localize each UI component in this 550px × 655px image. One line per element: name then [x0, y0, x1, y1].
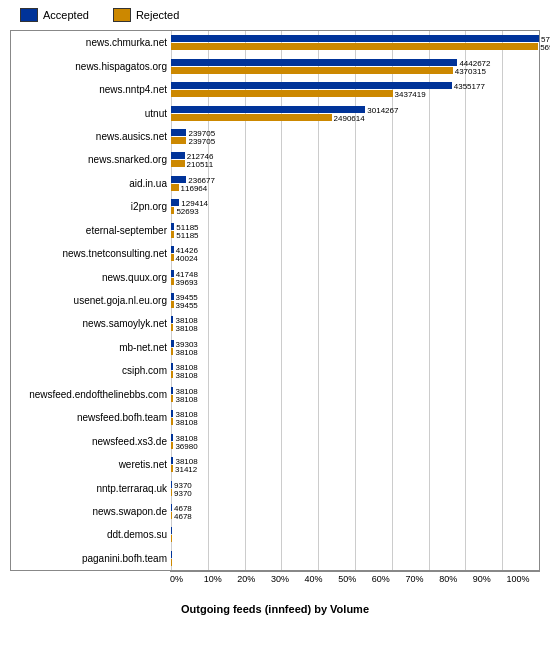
accepted-bar: 4678	[171, 504, 172, 511]
row-label: news.quux.org	[11, 272, 171, 283]
bar-section: 3945539455	[171, 289, 539, 312]
table-row: usenet.goja.nl.eu.org3945539455	[11, 289, 539, 312]
x-axis: 0%10%20%30%40%50%60%70%80%90%100%	[170, 571, 540, 601]
bars-wrap: 3810836980	[171, 431, 539, 452]
rejected-bar: 4678	[171, 512, 172, 519]
bar-section: 93709370	[171, 476, 539, 499]
legend: Accepted Rejected	[10, 8, 540, 22]
row-label: utnut	[11, 108, 171, 119]
x-tick: 70%	[405, 574, 439, 584]
bar-section: 3810838108	[171, 359, 539, 382]
table-row: news.chmurka.net57087375695587	[11, 31, 539, 54]
accepted-bar: 9370	[171, 481, 172, 488]
rejected-bar-label: 36980	[175, 442, 197, 451]
bar-section: 3930338108	[171, 336, 539, 359]
rejected-bar-label: 4678	[174, 512, 192, 521]
rejected-bar-label: 2490614	[334, 114, 365, 123]
legend-rejected: Rejected	[113, 8, 179, 22]
legend-rejected-label: Rejected	[136, 9, 179, 21]
table-row: newsfeed.endofthelinebbs.com3810838108	[11, 383, 539, 406]
bars-wrap: 236677116964	[171, 173, 539, 194]
bars-wrap: 4142640024	[171, 243, 539, 264]
table-row: mb-net.net3930338108	[11, 336, 539, 359]
table-row: news.ausics.net239705239705	[11, 125, 539, 148]
rejected-bar: 210511	[171, 160, 185, 167]
rejected-bar-label: 239705	[188, 137, 215, 146]
table-row: news.swapon.de46784678	[11, 500, 539, 523]
table-row: newsfeed.bofh.team3810838108	[11, 406, 539, 429]
bar-section: 3810836980	[171, 429, 539, 452]
table-row: utnut30142672490614	[11, 101, 539, 124]
rejected-bar-label: 3437419	[395, 90, 426, 99]
row-label: news.chmurka.net	[11, 37, 171, 48]
row-label: news.hispagatos.org	[11, 61, 171, 72]
rejected-bar-label: 38108	[175, 395, 197, 404]
accepted-bar: 212746	[171, 152, 185, 159]
rejected-bar: 36980	[171, 442, 173, 449]
legend-rejected-box	[113, 8, 131, 22]
row-label: i2pn.org	[11, 201, 171, 212]
rejected-bar-label: 52693	[176, 207, 198, 216]
row-label: aid.in.ua	[11, 178, 171, 189]
table-row: aid.in.ua236677116964	[11, 172, 539, 195]
row-label: csiph.com	[11, 365, 171, 376]
bars-wrap: 3810838108	[171, 313, 539, 334]
row-label: news.snarked.org	[11, 154, 171, 165]
accepted-bar: 39455	[171, 293, 174, 300]
x-tick: 30%	[271, 574, 305, 584]
chart-container: Accepted Rejected news.chmurka.net570873…	[0, 0, 550, 655]
legend-accepted-label: Accepted	[43, 9, 89, 21]
bars-wrap: 57087375695587	[171, 32, 539, 53]
bar-section: 46784678	[171, 500, 539, 523]
bar-section: 4174839693	[171, 265, 539, 288]
x-tick: 90%	[473, 574, 507, 584]
accepted-bar-label: 4355177	[454, 82, 485, 91]
rejected-bar: 38108	[171, 324, 173, 331]
bar-section: 12941452693	[171, 195, 539, 218]
bars-wrap: 43551773437419	[171, 79, 539, 100]
table-row: newsfeed.xs3.de3810836980	[11, 429, 539, 452]
x-tick: 10%	[204, 574, 238, 584]
rejected-bar	[171, 535, 172, 542]
rejected-bar: 38108	[171, 348, 173, 355]
table-row: ddt.demos.su	[11, 523, 539, 546]
table-row: news.samoylyk.net3810838108	[11, 312, 539, 335]
row-label: newsfeed.endofthelinebbs.com	[11, 389, 171, 400]
row-label: ddt.demos.su	[11, 529, 171, 540]
row-label: paganini.bofh.team	[11, 553, 171, 564]
accepted-bar: 38108	[171, 457, 173, 464]
bar-section: 3810838108	[171, 406, 539, 429]
rejected-bar-label: 40024	[176, 254, 198, 263]
table-row: paganini.bofh.team	[11, 547, 539, 570]
legend-accepted: Accepted	[20, 8, 89, 22]
bars-wrap: 239705239705	[171, 126, 539, 147]
bar-section	[171, 547, 539, 570]
bars-wrap	[171, 548, 539, 569]
row-label: newsfeed.xs3.de	[11, 436, 171, 447]
accepted-bar: 3014267	[171, 106, 365, 113]
x-tick: 20%	[237, 574, 271, 584]
bar-section	[171, 523, 539, 546]
bars-wrap: 3810838108	[171, 407, 539, 428]
accepted-bar-label: 3014267	[367, 106, 398, 115]
row-label: weretis.net	[11, 459, 171, 470]
rejected-bar: 38108	[171, 418, 173, 425]
x-tick: 40%	[305, 574, 339, 584]
bar-section: 239705239705	[171, 125, 539, 148]
row-label: newsfeed.bofh.team	[11, 412, 171, 423]
bar-section: 236677116964	[171, 172, 539, 195]
x-tick: 50%	[338, 574, 372, 584]
rejected-bar-label: 38108	[175, 348, 197, 357]
accepted-bar: 38108	[171, 363, 173, 370]
rejected-bar-label: 116964	[181, 184, 208, 193]
rejected-bar-label: 51185	[176, 231, 198, 240]
rejected-bar: 116964	[171, 184, 179, 191]
accepted-bar: 41426	[171, 246, 174, 253]
accepted-bar: 4355177	[171, 82, 452, 89]
x-tick: 0%	[170, 574, 204, 584]
row-label: mb-net.net	[11, 342, 171, 353]
rejected-bar-label: 39693	[176, 278, 198, 287]
rejected-bar: 51185	[171, 231, 174, 238]
table-row: news.snarked.org212746210511	[11, 148, 539, 171]
rejected-bar: 31412	[171, 465, 173, 472]
